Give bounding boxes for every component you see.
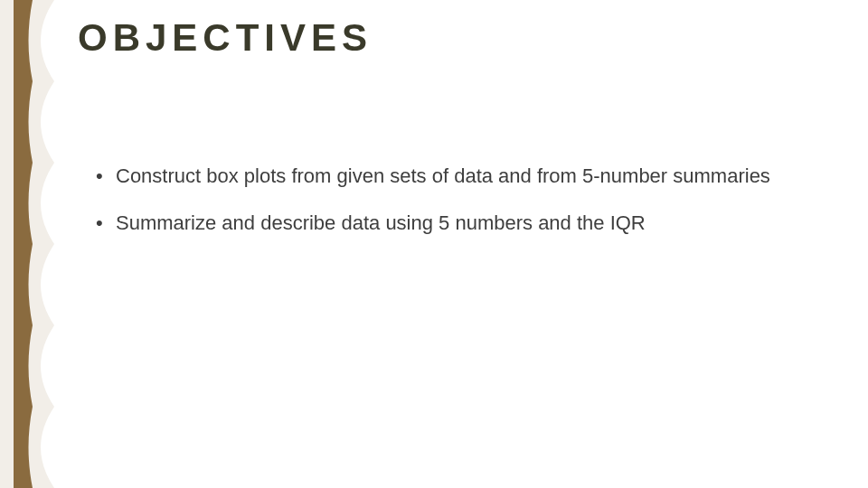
list-item: Summarize and describe data using 5 numb… (90, 210, 814, 237)
list-item-text: Construct box plots from given sets of d… (116, 164, 770, 187)
slide-title: OBJECTIVES (78, 16, 373, 60)
side-wave-decoration (0, 0, 63, 488)
content-area: Construct box plots from given sets of d… (90, 163, 814, 256)
objectives-list: Construct box plots from given sets of d… (90, 163, 814, 236)
slide: OBJECTIVES Construct box plots from give… (0, 0, 868, 488)
list-item: Construct box plots from given sets of d… (90, 163, 814, 190)
list-item-text: Summarize and describe data using 5 numb… (116, 211, 646, 234)
